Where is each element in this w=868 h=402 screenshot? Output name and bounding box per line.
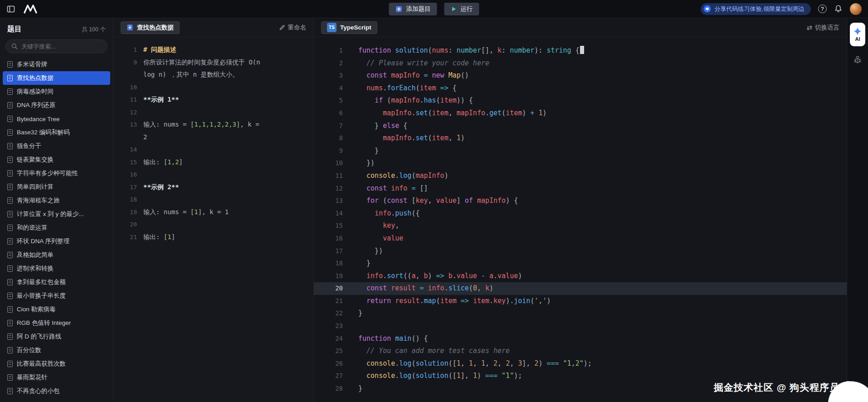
code-line[interactable]: 5 if (mapInfo.has(item)) { bbox=[314, 94, 847, 107]
code-line[interactable]: 10 bbox=[113, 81, 313, 94]
sidebar-item[interactable]: 多米诺骨牌 bbox=[3, 58, 110, 71]
code-line[interactable]: 16 value bbox=[314, 232, 847, 245]
code-line[interactable]: 1# 问题描述 bbox=[113, 44, 313, 56]
code-line[interactable]: 18 bbox=[113, 193, 313, 206]
code-line[interactable]: 26 console.log(solution([1, 1, 1, 2, 2, … bbox=[314, 358, 847, 370]
sidebar-item[interactable]: 及格如此简单 bbox=[3, 248, 110, 262]
search-box[interactable] bbox=[5, 39, 107, 53]
sidebar-item[interactable]: 和的逆运算 bbox=[3, 221, 110, 235]
sidebar-item[interactable]: 猫鱼分干 bbox=[3, 139, 110, 153]
notifications-bell-icon[interactable] bbox=[834, 5, 843, 13]
code-line[interactable]: 16 bbox=[113, 168, 313, 181]
sidebar-item[interactable]: RGB 色值转 Integer bbox=[3, 316, 110, 330]
code-line[interactable]: 18 } bbox=[314, 257, 847, 270]
user-avatar[interactable] bbox=[850, 3, 862, 15]
debug-bug-icon[interactable] bbox=[853, 55, 862, 64]
sidebar-item[interactable]: 简单四则计算 bbox=[3, 180, 110, 194]
code-line[interactable]: 15输出: [1,2] bbox=[113, 156, 313, 169]
code-line[interactable]: 15 key, bbox=[314, 220, 847, 232]
line-number bbox=[113, 69, 137, 81]
promo-banner[interactable]: 分享代码练习体验,领限量定制周边 bbox=[701, 3, 811, 15]
sidebar-item[interactable]: 字符串有多少种可能性 bbox=[3, 167, 110, 180]
pencil-icon bbox=[279, 25, 285, 31]
line-number bbox=[113, 131, 137, 144]
code-line[interactable]: 4 nums.forEach(item => { bbox=[314, 82, 847, 95]
sidebar-item[interactable]: Bytedance Tree bbox=[3, 112, 110, 126]
sidebar-item[interactable]: 计算位置 x 到 y 的最少... bbox=[3, 207, 110, 221]
markdown-lines: 1# 问题描述9你所设计算法的时间复杂度必须优于 O(nlog n) ，其中 n… bbox=[113, 37, 313, 402]
code-line[interactable]: 14 bbox=[113, 143, 313, 156]
code-line[interactable]: 13 for (const [key, value] of mapInfo) { bbox=[314, 195, 847, 207]
problem-title-chip[interactable]: 查找热点数据 bbox=[121, 21, 180, 34]
run-button[interactable]: 运行 bbox=[444, 3, 479, 15]
ai-assistant-button[interactable]: AI bbox=[850, 23, 865, 46]
code-line[interactable]: log n) ，其中 n 是数组大小。 bbox=[113, 69, 313, 81]
sidebar-item[interactable]: 百分位数 bbox=[3, 343, 110, 357]
code-line[interactable]: 8 mapInfo.set(item, 1) bbox=[314, 132, 847, 145]
run-play-icon bbox=[451, 6, 457, 12]
code-line[interactable]: 17 }) bbox=[314, 245, 847, 258]
code-line[interactable]: 22} bbox=[314, 307, 847, 320]
code-line[interactable]: 9你所设计算法的时间复杂度必须优于 O(n bbox=[113, 56, 313, 69]
sidebar-item[interactable]: 不再贪心的小包 bbox=[3, 384, 110, 398]
code-line[interactable]: 2 // Please write your code here bbox=[314, 57, 847, 70]
code-line[interactable]: 7 } else { bbox=[314, 120, 847, 132]
code-line[interactable]: 24function main() { bbox=[314, 333, 847, 345]
code-line[interactable]: 11**示例 1** bbox=[113, 93, 313, 106]
sidebar-item[interactable]: 青海湖租车之旅 bbox=[3, 194, 110, 207]
rename-button[interactable]: 重命名 bbox=[279, 24, 307, 32]
help-icon[interactable]: ? bbox=[818, 5, 827, 13]
promo-label: 分享代码练习体验,领限量定制周边 bbox=[714, 5, 805, 13]
sidebar-toggle-icon[interactable] bbox=[6, 5, 15, 14]
code-line[interactable]: 23 bbox=[314, 320, 847, 333]
sidebar-item[interactable]: 比赛最高获胜次数 bbox=[3, 357, 110, 371]
sidebar-item-label: 进制求和转换 bbox=[17, 265, 54, 273]
sidebar-item[interactable]: Cion 勒索病毒 bbox=[3, 303, 110, 316]
code-line[interactable]: 10 }) bbox=[314, 157, 847, 170]
switch-language-button[interactable]: ⇄ 切换语言 bbox=[806, 24, 839, 32]
line-number: 15 bbox=[314, 220, 343, 232]
code-line[interactable]: 25 // You can add more test cases here bbox=[314, 345, 847, 358]
code-line[interactable]: 19输入: nums = [1], k = 1 bbox=[113, 206, 313, 219]
line-number: 28 bbox=[314, 382, 343, 395]
code-line[interactable]: 17**示例 2** bbox=[113, 181, 313, 194]
sidebar-item[interactable]: 病毒感染时间 bbox=[3, 85, 110, 98]
sidebar-item[interactable]: 进制求和转换 bbox=[3, 262, 110, 275]
sidebar-item[interactable]: Base32 编码和解码 bbox=[3, 126, 110, 139]
marscode-logo-icon[interactable] bbox=[23, 4, 38, 14]
add-problem-button[interactable]: 添加题目 bbox=[389, 3, 437, 15]
sidebar-item[interactable]: 暴雨梨花针 bbox=[3, 371, 110, 384]
sidebar-item[interactable]: 阿 D 的飞行路线 bbox=[3, 330, 110, 343]
line-number: 10 bbox=[314, 157, 343, 170]
line-number: 11 bbox=[113, 93, 137, 106]
code-line[interactable]: 2 bbox=[113, 131, 313, 144]
document-icon bbox=[7, 116, 13, 122]
sidebar-item[interactable]: 环状 DNA 序列整理 bbox=[3, 235, 110, 248]
sidebar-item[interactable]: 最小替换子串长度 bbox=[3, 289, 110, 303]
code-line[interactable]: 11 console.log(mapInfo) bbox=[314, 170, 847, 182]
code-line[interactable]: 3 const mapInfo = new Map() bbox=[314, 69, 847, 82]
sidebar-item[interactable]: 链表聚集交换 bbox=[3, 153, 110, 167]
code-line[interactable]: 14 info.push({ bbox=[314, 207, 847, 220]
line-number: 3 bbox=[314, 69, 343, 82]
code-line[interactable]: 21 return result.map(item => item.key).j… bbox=[314, 295, 847, 308]
sidebar-item-label: Cion 勒索病毒 bbox=[17, 305, 56, 314]
code-line[interactable]: 6 mapInfo.set(item, mapInfo.get(item) + … bbox=[314, 107, 847, 120]
ai-rail: AI bbox=[847, 18, 868, 402]
language-chip[interactable]: TS TypeScript bbox=[321, 21, 377, 34]
code-line[interactable]: 12 bbox=[113, 106, 313, 119]
code-line[interactable]: 20 const result = info.slice(0, k) bbox=[314, 282, 847, 295]
sidebar-item[interactable]: 查找热点数据 bbox=[3, 71, 110, 85]
code-line[interactable]: 1function solution(nums: number[], k: nu… bbox=[314, 44, 847, 57]
code-line[interactable]: 9 } bbox=[314, 145, 847, 157]
sidebar-item[interactable]: DNA 序列还原 bbox=[3, 98, 110, 112]
code-line[interactable]: 21输出: [1] bbox=[113, 231, 313, 244]
code-line[interactable]: 12 const info = [] bbox=[314, 182, 847, 195]
line-number: 25 bbox=[314, 345, 343, 358]
search-input[interactable] bbox=[21, 43, 102, 50]
code-line[interactable]: 19 info.sort((a, b) => b.value - a.value… bbox=[314, 270, 847, 283]
code-line[interactable]: 27 console.log(solution([1], 1) === "1")… bbox=[314, 370, 847, 382]
code-line[interactable]: 20 bbox=[113, 218, 313, 231]
sidebar-item[interactable]: 拿到最多红包金额 bbox=[3, 275, 110, 289]
code-line[interactable]: 13输入: nums = [1,1,1,2,2,3], k = bbox=[113, 118, 313, 131]
